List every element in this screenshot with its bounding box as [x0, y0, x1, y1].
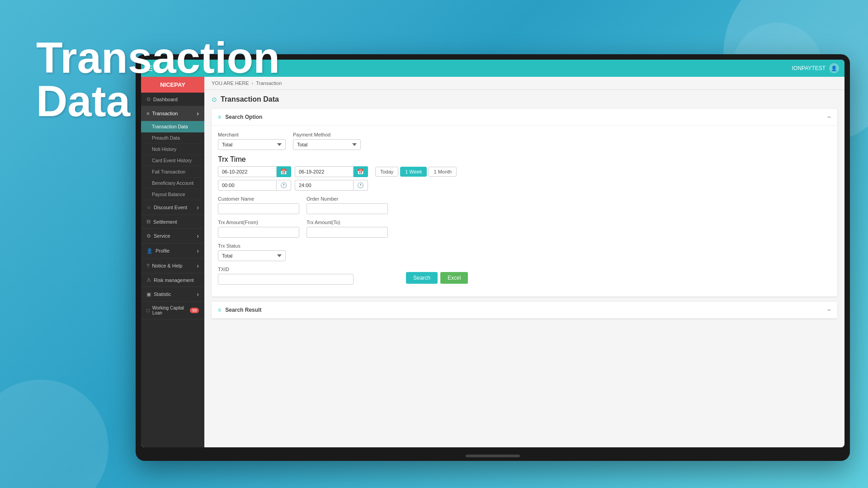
sidebar-item-risk-management[interactable]: ⚠ Risk management: [141, 273, 204, 287]
sidebar-item-statistic-label: Statistic: [154, 291, 171, 297]
trx-amount-to-group: Trx Amount(To): [307, 220, 388, 238]
settlement-icon: ⊟: [146, 219, 151, 225]
today-button[interactable]: Today: [375, 167, 398, 177]
search-option-card-body: Merchant Total Payment Method Total: [212, 126, 837, 296]
sidebar-item-profile-label: Profile: [156, 248, 170, 253]
header-right: IONPAYTEST 👤: [792, 63, 839, 73]
search-option-collapse[interactable]: −: [827, 113, 831, 121]
trx-status-group: Trx Status Total: [218, 243, 286, 261]
trx-amount-row: Trx Amount(From) Trx Amount(To): [218, 220, 831, 238]
txid-label: TXID: [218, 267, 399, 272]
sidebar-sub-card-event-history[interactable]: Card Event History: [141, 155, 204, 166]
header-username: IONPAYTEST: [792, 65, 826, 71]
quick-date-buttons: Today 1 Week 1 Month: [375, 167, 457, 177]
time-inputs-row: 🕐 🕐: [218, 180, 368, 191]
customer-name-input[interactable]: [218, 203, 299, 214]
merchant-group: Merchant Total: [218, 132, 286, 150]
risk-management-icon: ⚠: [146, 277, 151, 283]
order-number-input[interactable]: [307, 203, 388, 214]
payment-method-label: Payment Method: [293, 132, 361, 137]
time-from-clock-icon[interactable]: 🕐: [277, 180, 291, 191]
trx-amount-to-label: Trx Amount(To): [307, 220, 388, 225]
txid-group: TXID: [218, 267, 399, 285]
user-avatar-icon: 👤: [831, 66, 837, 71]
order-number-group: Order Number: [307, 196, 388, 214]
sidebar-item-settlement-label: Settlement: [153, 219, 177, 225]
time-from-input[interactable]: [218, 180, 277, 191]
search-result-header-left: ≡ Search Result: [218, 307, 261, 313]
time-to-input[interactable]: [295, 180, 354, 191]
device-bottom-bar: [466, 455, 520, 457]
sidebar-item-discount-event[interactable]: ☆ Discount Event: [141, 200, 204, 215]
page-content: ⊙ Transaction Data ≡ Search Option −: [204, 90, 844, 329]
sidebar-sub-preauth-data[interactable]: Preauth Data: [141, 132, 204, 144]
action-buttons: Search Excel: [406, 272, 468, 285]
sidebar-item-working-capital-loan-label: Working Capital Loan: [152, 305, 187, 315]
date-from-calendar-icon[interactable]: 📅: [277, 166, 291, 177]
sidebar-sub-noti-history[interactable]: Noti History: [141, 144, 204, 155]
merchant-payment-row: Merchant Total Payment Method Total: [218, 132, 831, 150]
search-option-card: ≡ Search Option − Merchant: [212, 109, 837, 296]
payment-method-select[interactable]: Total: [293, 139, 361, 150]
time-to-group: 🕐: [295, 180, 368, 191]
date-to-calendar-icon[interactable]: 📅: [354, 166, 368, 177]
search-result-icon: ≡: [218, 307, 221, 313]
payment-method-group: Payment Method Total: [293, 132, 361, 150]
sidebar-item-risk-management-label: Risk management: [154, 277, 194, 283]
1week-button[interactable]: 1 Week: [400, 167, 427, 177]
order-number-label: Order Number: [307, 196, 388, 202]
sidebar-item-notice-help[interactable]: ? Notice & Help: [141, 258, 204, 273]
trx-status-select[interactable]: Total: [218, 250, 286, 261]
search-result-card: ≡ Search Result −: [212, 302, 837, 319]
txid-input[interactable]: [218, 274, 354, 285]
customer-order-row: Customer Name Order Number: [218, 196, 831, 214]
time-from-group: 🕐: [218, 180, 291, 191]
page-hero-title: Transaction Data: [36, 36, 280, 123]
sidebar-sub-fail-transaction[interactable]: Fail Transaction: [141, 166, 204, 178]
date-to-group: 📅: [295, 166, 368, 177]
customer-name-label: Customer Name: [218, 196, 299, 202]
discount-event-icon: ☆: [146, 205, 151, 211]
sidebar-item-service-label: Service: [154, 233, 170, 239]
date-to-input[interactable]: [295, 166, 354, 177]
trx-status-row: Trx Status Total: [218, 243, 831, 261]
search-button[interactable]: Search: [406, 272, 438, 284]
trx-amount-from-input[interactable]: [218, 227, 299, 238]
txid-row: TXID Search Excel: [218, 267, 831, 285]
customer-name-group: Customer Name: [218, 196, 299, 214]
search-result-card-header: ≡ Search Result −: [212, 302, 837, 319]
sidebar-item-profile[interactable]: 👤 Profile: [141, 244, 204, 258]
sidebar: NICEPAY ⊙ Dashboard ≡ Transaction Transa…: [141, 77, 204, 447]
trx-time-inputs: 📅 📅 T: [218, 166, 457, 177]
date-from-group: 📅: [218, 166, 291, 177]
trx-status-label: Trx Status: [218, 243, 286, 249]
app-body: NICEPAY ⊙ Dashboard ≡ Transaction Transa…: [141, 77, 844, 447]
trx-time-row: Trx Time 📅: [218, 155, 831, 191]
excel-button[interactable]: Excel: [440, 272, 468, 284]
service-icon: ⚙: [146, 233, 151, 239]
page-title-bar: ⊙ Transaction Data: [212, 95, 837, 103]
1month-button[interactable]: 1 Month: [429, 167, 457, 177]
main-content: YOU ARE HERE › Transaction ⊙ Transaction…: [204, 77, 844, 447]
trx-amount-from-label: Trx Amount(From): [218, 220, 299, 225]
sidebar-item-settlement[interactable]: ⊟ Settlement: [141, 215, 204, 229]
sidebar-item-working-capital-loan[interactable]: □ Working Capital Loan 99: [141, 302, 204, 319]
header-user-icon[interactable]: 👤: [829, 63, 839, 73]
working-capital-loan-badge: 99: [190, 308, 199, 313]
search-result-collapse[interactable]: −: [827, 306, 831, 314]
statistic-icon: ▣: [146, 291, 151, 297]
sidebar-item-statistic[interactable]: ▣ Statistic: [141, 287, 204, 302]
merchant-label: Merchant: [218, 132, 286, 137]
sidebar-sub-beneficiary-account[interactable]: Beneficiary Account: [141, 178, 204, 189]
sidebar-item-service[interactable]: ⚙ Service: [141, 229, 204, 244]
merchant-select[interactable]: Total: [218, 139, 286, 150]
sidebar-item-discount-event-label: Discount Event: [154, 205, 187, 210]
time-to-clock-icon[interactable]: 🕐: [354, 180, 368, 191]
sidebar-item-notice-help-label: Notice & Help: [152, 263, 182, 268]
date-from-input[interactable]: [218, 166, 277, 177]
trx-amount-to-input[interactable]: [307, 227, 388, 238]
trx-amount-from-group: Trx Amount(From): [218, 220, 299, 238]
trx-time-label: Trx Time: [218, 155, 246, 164]
breadcrumb: YOU ARE HERE › Transaction: [204, 77, 844, 90]
sidebar-sub-payout-balance[interactable]: Payout Balance: [141, 189, 204, 200]
